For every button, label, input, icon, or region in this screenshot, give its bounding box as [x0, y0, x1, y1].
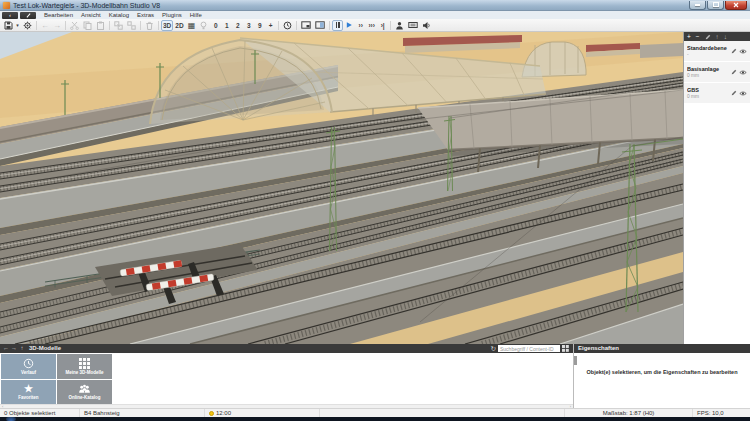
person-icon — [395, 21, 404, 30]
fast-forward-icon: ›› — [359, 20, 363, 31]
cut-button[interactable] — [68, 20, 81, 31]
time-button[interactable] — [281, 20, 294, 31]
play-icon — [345, 21, 353, 29]
delete-button[interactable] — [143, 20, 156, 31]
camera-9-button[interactable]: 9 — [254, 20, 265, 31]
add-layer-button[interactable]: + — [687, 32, 691, 41]
status-fps: FPS: 10,0 — [693, 409, 750, 417]
status-spacer — [320, 409, 565, 417]
minimize-button[interactable] — [689, 1, 706, 10]
layer-row-basisanlage[interactable]: Basisanlage 0 mm — [684, 62, 750, 83]
edit-layer-icon[interactable] — [731, 90, 737, 96]
app-window: Test Lok-Wartegleis - 3D-Modellbahn Stud… — [0, 0, 750, 421]
layer-name: Basisanlage — [687, 66, 731, 73]
rename-layer-button[interactable] — [705, 34, 711, 40]
skip-end-button[interactable]: ›| — [377, 20, 388, 31]
tile-meine-3d-modelle[interactable]: Meine 3D-Modelle — [57, 354, 112, 379]
view-2d-button[interactable]: 2D — [173, 20, 185, 31]
camera-0-button[interactable]: 0 — [210, 20, 221, 31]
grid-tiles-icon — [79, 358, 90, 369]
grid-icon: ▦ — [188, 20, 196, 31]
camera-1-button[interactable]: 1 — [221, 20, 232, 31]
catalog-back-button[interactable]: ← — [2, 344, 10, 353]
move-layer-down-button[interactable]: ↓ — [724, 32, 727, 41]
properties-empty-message: Objekt(e) selektieren, um die Eigenschaf… — [574, 369, 750, 375]
floppy-icon — [4, 21, 13, 30]
maximize-button[interactable] — [707, 1, 724, 10]
camera-add-button[interactable]: + — [265, 20, 276, 31]
tile-label: Verlauf — [21, 370, 36, 375]
control-panel-button[interactable] — [406, 20, 420, 31]
tile-label: Favoriten — [18, 395, 38, 400]
fast-forward-button[interactable]: ›› — [355, 20, 366, 31]
ungroup-icon — [127, 21, 136, 30]
camera-3-button[interactable]: 3 — [243, 20, 254, 31]
play-button[interactable] — [343, 20, 355, 31]
layer-row-standardebene[interactable]: Standardebene - — [684, 41, 750, 62]
visibility-eye-icon[interactable] — [739, 49, 747, 54]
ungroup-button[interactable] — [125, 20, 138, 31]
fast-forward-2-button[interactable]: ››› — [366, 20, 377, 31]
layer-row-gbs[interactable]: GBS 0 mm — [684, 83, 750, 104]
pause-button[interactable] — [332, 20, 343, 31]
grid-toggle-button[interactable]: ▦ — [186, 20, 198, 31]
split-view-button[interactable] — [313, 20, 327, 31]
save-button[interactable] — [2, 20, 15, 31]
visibility-eye-icon[interactable] — [739, 70, 747, 75]
taskbar[interactable] — [0, 417, 750, 421]
refresh-icon[interactable]: ↻ — [491, 344, 496, 353]
status-time: 12:00 — [205, 409, 320, 417]
redo-button[interactable]: → — [51, 20, 63, 31]
menu-katalog[interactable]: Katalog — [105, 11, 133, 19]
viewport-3d[interactable] — [0, 32, 683, 344]
window-title: Test Lok-Wartegleis - 3D-Modellbahn Stud… — [13, 0, 160, 11]
titlebar[interactable]: Test Lok-Wartegleis - 3D-Modellbahn Stud… — [0, 0, 750, 11]
tile-online-katalog[interactable]: Online-Katalog — [57, 380, 112, 405]
chevron-left-icon: ‹ — [9, 12, 11, 18]
catalog-view-toggle-button[interactable] — [562, 345, 569, 352]
tile-verlauf[interactable]: Verlauf — [1, 354, 56, 379]
move-layer-up-button[interactable]: ↑ — [716, 32, 719, 41]
menu-hilfe[interactable]: Hilfe — [186, 11, 206, 19]
paste-button[interactable] — [94, 20, 107, 31]
settings-button[interactable] — [21, 20, 34, 31]
start-button[interactable] — [6, 417, 16, 421]
separator — [109, 21, 110, 30]
undo-icon: ← — [41, 20, 49, 31]
clipboard-icon — [96, 21, 105, 30]
visibility-eye-icon[interactable] — [739, 91, 747, 96]
light-toggle-button[interactable] — [197, 20, 210, 31]
properties-collapse-handle[interactable] — [574, 356, 577, 365]
paint-mode-button[interactable] — [20, 12, 36, 19]
main-toolbar: ▾ ← → 3D 2D ▦ 0 — [0, 19, 750, 32]
camera-2-button[interactable]: 2 — [232, 20, 243, 31]
pip-view-button[interactable] — [299, 20, 313, 31]
remove-layer-button[interactable]: − — [696, 32, 700, 41]
edit-layer-icon[interactable] — [731, 69, 737, 75]
layer-height: 0 mm — [687, 94, 731, 100]
menu-ansicht[interactable]: Ansicht — [77, 11, 105, 19]
menu-bearbeiten[interactable]: Bearbeiten — [40, 11, 77, 19]
menu-extras[interactable]: Extras — [133, 11, 158, 19]
menu-plugins[interactable]: Plugins — [158, 11, 186, 19]
collapse-ribbon-button[interactable]: ‹ — [2, 12, 18, 19]
view-3d-button[interactable]: 3D — [161, 20, 173, 31]
copy-button[interactable] — [81, 20, 94, 31]
user-view-button[interactable] — [393, 20, 406, 31]
railway-scene — [0, 32, 683, 344]
edit-layer-icon[interactable] — [731, 48, 737, 54]
catalog-up-button[interactable]: ↑ — [18, 344, 26, 353]
undo-button[interactable]: ← — [39, 20, 51, 31]
status-selection: 0 Objekte selektiert — [0, 409, 80, 417]
group-button[interactable] — [112, 20, 125, 31]
close-icon — [733, 2, 739, 8]
catalog-search-input[interactable] — [498, 345, 560, 352]
catalog-forward-button[interactable]: → — [10, 344, 18, 353]
layer-height: - — [687, 52, 731, 58]
separator — [390, 21, 391, 30]
close-button[interactable] — [725, 1, 747, 10]
maximize-icon — [713, 2, 719, 7]
pip-window-icon — [301, 21, 311, 29]
sound-button[interactable] — [420, 20, 433, 31]
tile-favoriten[interactable]: ★ Favoriten — [1, 380, 56, 405]
